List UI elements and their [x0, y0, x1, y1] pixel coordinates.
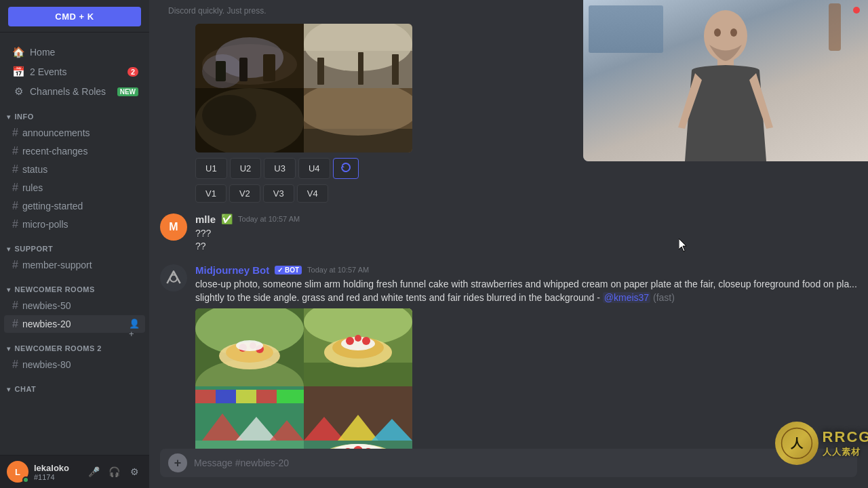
mlle-message-content: mlle ✅ Today at 10:57 AM ??? ?? [195, 214, 857, 253]
footer-username: lekaloko [34, 463, 80, 473]
svg-point-33 [236, 340, 263, 351]
v4-button[interactable]: V4 [297, 184, 328, 203]
microphone-button[interactable]: 🎤 [85, 464, 102, 480]
section-newcomer2-label: NEWCOMER ROOMS 2 [15, 344, 102, 352]
svg-rect-49 [195, 441, 304, 449]
home-icon: 🏠 [12, 46, 24, 58]
channel-label: micro-polls [22, 219, 68, 230]
svg-point-2 [714, 28, 721, 37]
mlle-msg-text2: ?? [195, 240, 857, 253]
mlle-msg-text: ??? [195, 227, 857, 241]
svg-rect-15 [358, 52, 363, 85]
u2-button[interactable]: U2 [230, 158, 262, 179]
v1-button[interactable]: V1 [195, 184, 226, 203]
section-support-label: SUPPORT [15, 245, 54, 253]
u3-button[interactable]: U3 [264, 158, 296, 179]
svg-point-19 [202, 95, 256, 136]
channel-label: newbies-50 [22, 300, 71, 311]
section-newcomer-rooms[interactable]: ▾ NEWCOMER ROOMS [0, 274, 149, 296]
u4-button[interactable]: U4 [298, 158, 330, 179]
battle-img-br [304, 88, 412, 152]
sidebar-item-rules[interactable]: # rules [4, 179, 145, 197]
section-chat-label: CHAT [15, 385, 37, 393]
message-group-mj: Midjourney Bot ✓ BOT Today at 10:57 AM c… [160, 262, 857, 449]
section-support[interactable]: ▾ SUPPORT [0, 234, 149, 256]
channel-label: getting-started [22, 201, 83, 211]
action-buttons-row2: V1 V2 V3 V4 [195, 184, 857, 203]
sidebar-item-micro-polls[interactable]: # micro-polls [4, 216, 145, 233]
svg-point-23 [163, 267, 184, 289]
hash-icon: # [12, 259, 18, 271]
svg-rect-46 [236, 390, 256, 403]
sidebar-item-member-support[interactable]: # member-support [4, 256, 145, 274]
channel-label: status [22, 164, 47, 175]
sidebar: CMD + K 🏠 Home 📅 2 Events 2 ⚙ Channels &… [0, 0, 149, 488]
hash-icon: # [12, 318, 18, 330]
section-chat[interactable]: ▾ CHAT [0, 374, 149, 396]
headset-button[interactable]: 🎧 [106, 464, 122, 480]
channel-label: announcements [22, 127, 90, 138]
message-group-mlle: M mlle ✅ Today at 10:57 AM ??? ?? [160, 211, 857, 256]
sidebar-item-announcements[interactable]: # announcements [4, 124, 145, 142]
mlle-msg-header: mlle ✅ Today at 10:57 AM [195, 214, 857, 225]
footer-icons: 🎤 🎧 ⚙ [85, 464, 142, 480]
section-info[interactable]: ▾ INFO [0, 102, 149, 123]
svg-point-42 [362, 337, 370, 345]
bot-badge: ✓ BOT [275, 266, 302, 274]
events-icon: 📅 [12, 66, 24, 78]
u1-button[interactable]: U1 [195, 158, 227, 179]
mj-msg-header: Midjourney Bot ✓ BOT Today at 10:57 AM [195, 264, 857, 276]
collapse-chat-icon: ▾ [7, 386, 11, 393]
cmd-k-button[interactable]: CMD + K [8, 7, 141, 26]
refresh-button[interactable] [333, 158, 359, 179]
events-badge: 2 [127, 67, 138, 77]
fair-img-bl [195, 386, 304, 449]
add-attachment-button[interactable]: + [168, 453, 187, 472]
fair-food-image-grid[interactable] [195, 308, 412, 449]
sidebar-item-recent-changes[interactable]: # recent-changes [4, 142, 145, 160]
sidebar-item-status[interactable]: # status [4, 161, 145, 178]
message-input-bar: + [149, 449, 868, 488]
svg-rect-10 [263, 54, 275, 81]
sidebar-item-newbies-20[interactable]: # newbies-20 👤+ [4, 315, 145, 333]
hash-icon: # [12, 127, 18, 139]
hash-icon: # [12, 218, 18, 230]
footer-user-info: lekaloko #1174 [34, 463, 80, 481]
hash-icon: # [12, 359, 18, 371]
sidebar-item-getting-started[interactable]: # getting-started [4, 197, 145, 215]
battle-img-tl [195, 24, 304, 88]
section-newcomer-rooms-2[interactable]: ▾ NEWCOMER ROOMS 2 [0, 333, 149, 355]
user-add-icon: 👤+ [129, 319, 140, 329]
message-input-container: + [160, 449, 857, 477]
sidebar-item-newbies-80[interactable]: # newbies-80 [4, 356, 145, 373]
battle-image-grid[interactable] [195, 24, 412, 152]
message-input[interactable] [194, 449, 849, 477]
fair-img-tr [304, 308, 412, 386]
fair-img-br [304, 386, 412, 449]
sidebar-nav: 🏠 Home 📅 2 Events 2 ⚙ Channels & Roles N… [0, 33, 149, 455]
collapse-newcomer-icon: ▾ [7, 286, 11, 293]
channel-label: newbies-20 [22, 319, 71, 329]
sidebar-item-home[interactable]: 🏠 Home [4, 43, 145, 62]
hash-icon: # [12, 163, 18, 176]
fair-img-tl [195, 308, 304, 386]
v3-button[interactable]: V3 [263, 184, 294, 203]
sidebar-events-label: 2 Events [30, 66, 66, 77]
sidebar-item-channels-roles[interactable]: ⚙ Channels & Roles NEW [4, 82, 145, 101]
svg-point-3 [730, 28, 737, 37]
svg-rect-47 [256, 390, 277, 403]
mlle-verified-badge: ✅ [221, 214, 233, 224]
sidebar-home-label: Home [30, 47, 55, 58]
svg-rect-44 [195, 390, 216, 403]
video-overlay [583, 0, 868, 161]
v2-button[interactable]: V2 [229, 184, 260, 203]
mj-message-content: Midjourney Bot ✓ BOT Today at 10:57 AM c… [195, 264, 857, 449]
sidebar-item-newbies-50[interactable]: # newbies-50 [4, 297, 145, 314]
channels-icon: ⚙ [12, 85, 24, 98]
svg-rect-48 [277, 390, 304, 403]
user-avatar: L [7, 461, 28, 483]
settings-button[interactable]: ⚙ [126, 464, 142, 480]
sidebar-item-events[interactable]: 📅 2 Events 2 [4, 62, 145, 81]
main-content: Discord quickly. Just press. [149, 0, 868, 488]
mlle-username: mlle [195, 214, 216, 225]
